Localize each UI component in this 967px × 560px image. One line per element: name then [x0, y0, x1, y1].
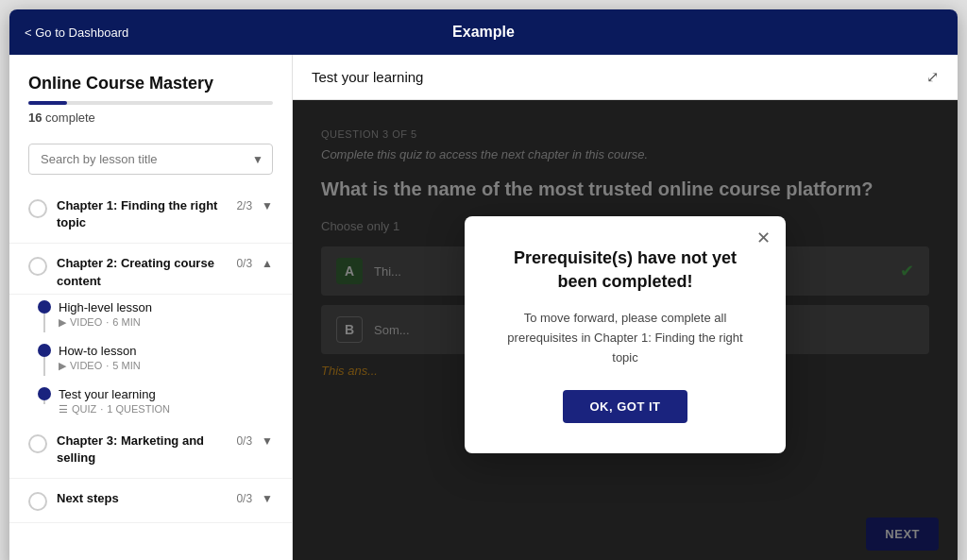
modal-cta-button[interactable]: OK, GOT IT [563, 390, 687, 423]
modal-title: Prerequisite(s) have not yet been comple… [499, 246, 752, 294]
lesson-type: VIDEO [70, 360, 102, 371]
app-container: < Go to Dashboard Example Online Course … [9, 9, 958, 560]
chapter-expand-icon[interactable]: ▼ [262, 197, 273, 212]
chapter-icon [28, 257, 47, 276]
back-button[interactable]: < Go to Dashboard [25, 25, 128, 40]
search-input[interactable] [28, 144, 273, 175]
modal-box: ✕ Prerequisite(s) have not yet been comp… [465, 216, 786, 454]
lesson-type: QUIZ [72, 403, 96, 415]
chapter-expand-icon[interactable]: ▼ [262, 490, 273, 505]
lesson-info: How-to lesson ▶ VIDEO · 5 MIN [59, 344, 273, 372]
lesson-line [43, 400, 45, 404]
list-item[interactable]: How-to lesson ▶ VIDEO · 5 MIN [38, 338, 292, 382]
lesson-meta: ▶ VIDEO · 5 MIN [59, 360, 273, 372]
lesson-type-icon: ▶ [59, 316, 66, 329]
lesson-left [38, 387, 51, 404]
chapter-expand-icon[interactable]: ▲ [262, 255, 273, 270]
chapter-name: Chapter 2: Creating course content [57, 255, 227, 289]
lesson-dot [38, 387, 51, 400]
lessons-group: High-level lesson ▶ VIDEO · 6 MIN [9, 295, 292, 421]
expand-icon[interactable]: ⤢ [926, 68, 939, 86]
lesson-left [38, 344, 51, 376]
chapter-item[interactable]: Chapter 1: Finding the right topic 2/3 ▼ [9, 186, 292, 244]
chapter-icon [28, 199, 47, 218]
list-item[interactable]: High-level lesson ▶ VIDEO · 6 MIN [38, 295, 292, 338]
lesson-type: VIDEO [70, 316, 102, 328]
lesson-name: How-to lesson [59, 344, 273, 358]
chapter-item[interactable]: Chapter 2: Creating course content 0/3 ▲ [9, 244, 292, 294]
sidebar: Online Course Mastery 16 complete ▼ [9, 55, 293, 560]
search-container: ▼ [9, 136, 292, 186]
lesson-line [43, 314, 45, 332]
modal-overlay: ✕ Prerequisite(s) have not yet been comp… [293, 100, 958, 560]
progress-bar-fill [28, 101, 67, 105]
chapter-name: Chapter 3: Marketing and selling [57, 433, 227, 467]
lesson-duration: 1 QUESTION [107, 403, 170, 415]
chapter-info: Chapter 1: Finding the right topic [57, 197, 227, 231]
chapter-progress: 0/3 [236, 255, 252, 270]
page-title: Example [452, 24, 515, 41]
lesson-name: High-level lesson [59, 300, 273, 314]
chapter-name: Chapter 1: Finding the right topic [57, 197, 227, 231]
chapter-progress: 2/3 [236, 197, 252, 212]
chapter-progress: 0/3 [236, 433, 252, 448]
lesson-left [38, 300, 51, 332]
lesson-meta: ▶ VIDEO · 6 MIN [59, 316, 273, 329]
chapter-name: Next steps [57, 490, 227, 507]
modal-close-button[interactable]: ✕ [756, 228, 771, 248]
lesson-type-icon: ☰ [59, 403, 68, 416]
lesson-meta: ☰ QUIZ · 1 QUESTION [59, 403, 273, 416]
top-nav: < Go to Dashboard Example [9, 9, 958, 55]
chapter-item[interactable]: Chapter 3: Marketing and selling 0/3 ▼ [9, 421, 292, 479]
list-item[interactable]: Test your learning ☰ QUIZ · 1 QUESTION [38, 382, 292, 421]
content-header-title: Test your learning [312, 69, 423, 85]
lesson-duration: 5 MIN [112, 360, 140, 371]
quiz-area: QUESTION 3 OF 5 Complete this quiz to ac… [293, 100, 958, 560]
main-content: Online Course Mastery 16 complete ▼ [9, 55, 958, 560]
lesson-name: Test your learning [59, 387, 273, 401]
chapter-info: Chapter 3: Marketing and selling [57, 433, 227, 467]
sidebar-header: Online Course Mastery 16 complete [9, 55, 292, 136]
content-area: Test your learning ⤢ QUESTION 3 OF 5 Com… [293, 55, 958, 560]
progress-bar-container [28, 101, 273, 105]
chapter-info: Chapter 2: Creating course content [57, 255, 227, 289]
content-header: Test your learning ⤢ [293, 55, 958, 100]
progress-text: 16 complete [28, 110, 273, 125]
lesson-dot [38, 344, 51, 357]
lesson-dot [38, 300, 51, 314]
lesson-line [43, 357, 45, 376]
lesson-info: High-level lesson ▶ VIDEO · 6 MIN [59, 300, 273, 329]
chapter-icon [28, 492, 47, 511]
chapter-icon [28, 434, 47, 453]
lesson-duration: 6 MIN [112, 316, 140, 328]
chapter-expand-icon[interactable]: ▼ [262, 433, 273, 448]
lesson-type-icon: ▶ [59, 360, 66, 372]
chapter-progress: 0/3 [236, 490, 252, 505]
chapter-list: Chapter 1: Finding the right topic 2/3 ▼… [9, 186, 292, 560]
chapter-item[interactable]: Next steps 0/3 ▼ [9, 479, 292, 523]
modal-body: To move forward, please complete all pre… [499, 309, 752, 367]
lesson-info: Test your learning ☰ QUIZ · 1 QUESTION [59, 387, 273, 416]
search-wrapper: ▼ [28, 144, 273, 175]
chapter-info: Next steps [57, 490, 227, 507]
course-title: Online Course Mastery [28, 74, 273, 93]
